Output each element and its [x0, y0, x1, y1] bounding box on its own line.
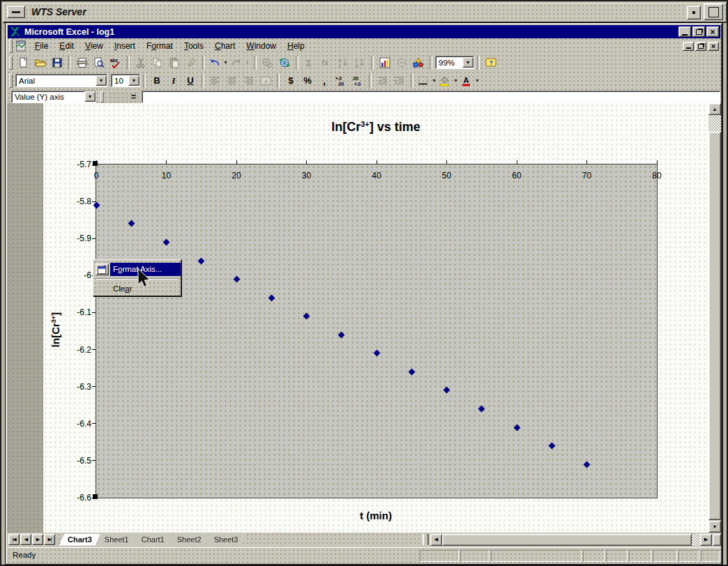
- menu-format[interactable]: Format: [141, 40, 179, 52]
- first-sheet-button[interactable]: |◀: [8, 534, 20, 545]
- vertical-scrollbar[interactable]: ▲ ▼: [708, 103, 721, 533]
- scroll-left-button[interactable]: ◀: [430, 534, 442, 546]
- sheet-tab-chart1[interactable]: Chart1: [133, 534, 173, 546]
- app-restore-button[interactable]: [692, 26, 705, 37]
- data-point[interactable]: [373, 350, 380, 357]
- equals-button[interactable]: =: [128, 92, 139, 102]
- toolbar-grip[interactable]: [9, 74, 13, 88]
- scrollbar-thumb[interactable]: [442, 534, 692, 546]
- next-sheet-button[interactable]: ▶: [32, 534, 43, 545]
- font-color-dropdown[interactable]: ▾: [473, 74, 481, 88]
- zoom-combobox[interactable]: 99% ▾: [435, 56, 474, 69]
- drawing-button[interactable]: [410, 55, 427, 70]
- menu-view[interactable]: View: [79, 40, 109, 52]
- font-color-button[interactable]: A: [460, 73, 473, 89]
- font-combobox[interactable]: Arial ▾: [15, 74, 107, 87]
- previous-sheet-button[interactable]: ◀: [20, 534, 31, 545]
- data-point[interactable]: [233, 276, 240, 283]
- web-toolbar-button[interactable]: [276, 55, 293, 70]
- menu-tools[interactable]: Tools: [179, 40, 209, 52]
- sheet-tab-sheet1[interactable]: Sheet1: [96, 534, 137, 546]
- paste-function-button[interactable]: fx: [318, 55, 335, 70]
- menu-insert[interactable]: Insert: [109, 40, 141, 52]
- data-point[interactable]: [408, 368, 415, 375]
- spelling-button[interactable]: abc: [107, 55, 124, 70]
- align-right-button[interactable]: [241, 73, 257, 89]
- menu-window[interactable]: Window: [241, 40, 282, 52]
- underline-button[interactable]: U: [182, 73, 199, 89]
- sort-ascending-button[interactable]: AZ: [335, 55, 351, 70]
- data-point[interactable]: [513, 424, 520, 431]
- name-box[interactable]: Value (Y) axis ▾: [11, 91, 96, 103]
- workbook-minimize-button[interactable]: [683, 42, 694, 51]
- data-point[interactable]: [548, 443, 555, 450]
- data-point[interactable]: [198, 257, 205, 264]
- insert-hyperlink-button[interactable]: [259, 55, 276, 70]
- axis-selection-handle[interactable]: [93, 494, 98, 499]
- undo-button[interactable]: [208, 55, 222, 70]
- wts-system-menu-button[interactable]: [7, 6, 25, 18]
- merge-center-button[interactable]: a: [257, 73, 274, 89]
- scroll-up-button[interactable]: ▲: [708, 103, 721, 115]
- comma-button[interactable]: ,: [316, 73, 333, 89]
- scrollbar-track[interactable]: [708, 115, 721, 132]
- scrollbar-thumb[interactable]: [708, 132, 721, 520]
- app-close-button[interactable]: ×: [706, 26, 719, 37]
- format-painter-button[interactable]: [183, 55, 199, 70]
- increase-indent-button[interactable]: [391, 73, 408, 89]
- menu-edit[interactable]: Edit: [54, 40, 79, 52]
- name-box-dropdown-arrow[interactable]: ▾: [84, 91, 96, 102]
- redo-dropdown[interactable]: ▾: [243, 56, 251, 70]
- sheet-tab-sheet3[interactable]: Sheet3: [206, 534, 247, 546]
- menu-chart[interactable]: Chart: [209, 40, 241, 52]
- menu-file[interactable]: File: [29, 40, 54, 52]
- open-button[interactable]: [32, 55, 49, 70]
- formula-bar-grip[interactable]: [100, 91, 104, 102]
- data-point[interactable]: [128, 220, 135, 227]
- workbook-close-button[interactable]: ×: [708, 42, 719, 51]
- toolbar-grip[interactable]: [9, 56, 13, 70]
- new-button[interactable]: [15, 55, 32, 70]
- bold-button[interactable]: B: [149, 73, 165, 89]
- currency-button[interactable]: $: [282, 73, 299, 89]
- sort-descending-button[interactable]: ZA: [351, 55, 368, 70]
- axis-selection-handle[interactable]: [93, 161, 98, 166]
- increase-decimal-button[interactable]: +.0.00: [333, 73, 349, 89]
- chart-title[interactable]: ln[Cr3+] vs time: [43, 120, 708, 135]
- align-left-button[interactable]: [207, 73, 224, 89]
- last-sheet-button[interactable]: ▶|: [44, 534, 55, 545]
- redo-button[interactable]: [229, 55, 243, 70]
- sheet-tab-sheet2[interactable]: Sheet2: [169, 534, 210, 546]
- plot-area[interactable]: 01020304050607080-5.7-5.8-5.9-6-6.1-6.2-…: [96, 164, 658, 498]
- align-center-button[interactable]: [224, 73, 241, 89]
- fill-color-button[interactable]: [438, 73, 452, 89]
- borders-button[interactable]: [416, 73, 430, 89]
- data-point[interactable]: [268, 294, 275, 301]
- chart-wizard-button[interactable]: [377, 55, 393, 70]
- cut-button[interactable]: [132, 55, 149, 70]
- italic-button[interactable]: I: [165, 73, 182, 89]
- data-point[interactable]: [303, 313, 310, 320]
- zoom-dropdown-arrow[interactable]: ▾: [462, 57, 473, 68]
- data-point[interactable]: [584, 461, 591, 468]
- app-minimize-button[interactable]: [678, 26, 691, 37]
- data-point[interactable]: [163, 239, 170, 246]
- percent-button[interactable]: %: [299, 73, 316, 89]
- menubar-grip[interactable]: [9, 39, 13, 53]
- autosum-button[interactable]: Σ: [301, 55, 318, 70]
- tab-split-handle[interactable]: [423, 534, 429, 545]
- print-button[interactable]: [74, 55, 91, 70]
- save-button[interactable]: [49, 55, 66, 70]
- x-axis-title[interactable]: t (min): [43, 510, 708, 521]
- scroll-down-button[interactable]: ▼: [708, 521, 721, 533]
- fill-color-dropdown[interactable]: ▾: [452, 74, 460, 88]
- undo-dropdown[interactable]: ▾: [222, 56, 229, 70]
- font-size-dropdown-arrow[interactable]: ▾: [128, 75, 139, 86]
- sheet-tab-chart3[interactable]: Chart3: [59, 534, 100, 546]
- font-size-combobox[interactable]: 10 ▾: [111, 74, 140, 87]
- map-button[interactable]: [393, 55, 410, 70]
- scroll-right-button[interactable]: ▶: [700, 534, 712, 546]
- formula-input[interactable]: [142, 91, 720, 103]
- print-preview-button[interactable]: [91, 55, 107, 70]
- menu-help[interactable]: Help: [282, 40, 310, 52]
